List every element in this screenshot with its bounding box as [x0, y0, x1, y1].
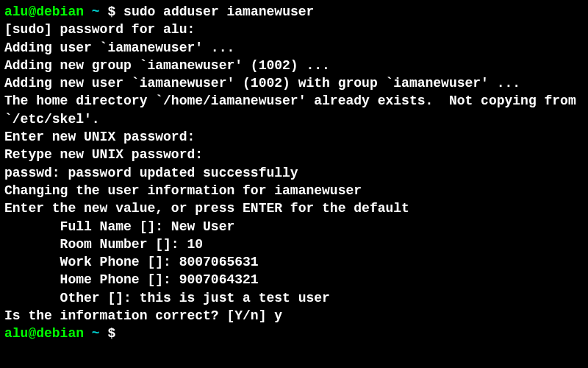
output-sudo-password: [sudo] password for alu: [4, 21, 584, 38]
prompt-cwd: ~ [92, 4, 108, 19]
terminal-window: alu@debian ~ $ sudo adduser iamanewuser … [4, 3, 584, 343]
output-enter-password[interactable]: Enter new UNIX password: [4, 128, 584, 146]
prompt-line-1[interactable]: alu@debian ~ $ sudo adduser iamanewuser [4, 3, 584, 21]
prompt-line-2[interactable]: alu@debian ~ $ [4, 325, 584, 342]
output-room[interactable]: Room Number []: 10 [4, 236, 584, 253]
prompt-user-host: alu@debian [4, 4, 84, 19]
output-retype-password[interactable]: Retype new UNIX password: [4, 146, 584, 163]
output-other[interactable]: Other []: this is just a test user [4, 289, 584, 307]
output-confirm[interactable]: Is the information correct? [Y/n] y [4, 307, 584, 325]
output-changing-info: Changing the user information for iamane… [4, 182, 584, 199]
prompt-symbol: $ [107, 4, 115, 19]
prompt-symbol: $ [107, 326, 115, 341]
output-fullname[interactable]: Full Name []: New User [4, 218, 584, 236]
output-password-updated: passwd: password updated successfully [4, 164, 584, 182]
prompt-user-host: alu@debian [4, 326, 84, 341]
command-input[interactable]: sudo adduser iamanewuser [123, 4, 314, 19]
output-adding-user-group: Adding new user `iamanewuser' (1002) wit… [4, 74, 584, 92]
output-adding-user: Adding user `iamanewuser' ... [4, 39, 584, 57]
prompt-cwd: ~ [92, 326, 108, 341]
output-adding-group: Adding new group `iamanewuser' (1002) ..… [4, 57, 584, 74]
output-enter-value: Enter the new value, or press ENTER for … [4, 199, 584, 217]
output-home-exists: The home directory `/home/iamanewuser' a… [4, 92, 584, 128]
output-homephone[interactable]: Home Phone []: 9007064321 [4, 271, 584, 289]
output-workphone[interactable]: Work Phone []: 8007065631 [4, 253, 584, 271]
